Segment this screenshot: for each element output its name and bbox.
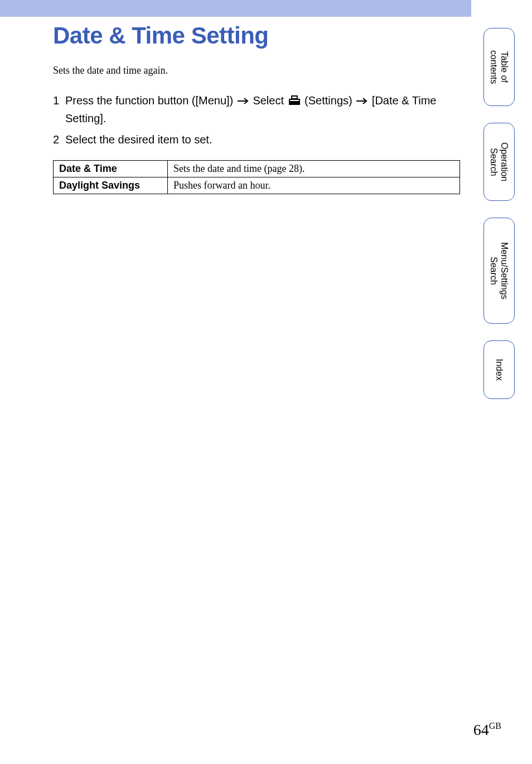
- page-number-suffix: GB: [489, 721, 501, 731]
- sidebar-tab-toc[interactable]: Table of contents: [483, 28, 515, 106]
- table-label-cell: Date & Time: [54, 160, 168, 177]
- step-number: 2: [53, 131, 65, 148]
- page-number-value: 64: [473, 721, 489, 738]
- step-item: 1 Press the function button ([Menu]) Sel…: [53, 92, 460, 127]
- settings-table: Date & Time Sets the date and time (page…: [53, 160, 460, 194]
- toolbox-settings-icon: [288, 93, 301, 110]
- sidebar-tab-menu-settings-search[interactable]: Menu/Settings Search: [483, 218, 515, 324]
- step-number: 1: [53, 92, 65, 127]
- step-text: Press the function button ([Menu]) Selec…: [65, 92, 460, 127]
- page-title: Date & Time Setting: [53, 22, 460, 49]
- table-label-cell: Daylight Savings: [54, 177, 168, 194]
- main-content: Date & Time Setting Sets the date and ti…: [53, 22, 460, 194]
- svg-rect-2: [292, 96, 297, 99]
- arrow-icon: [238, 92, 249, 109]
- table-desc-cell: Sets the date and time (page 28).: [168, 160, 460, 177]
- top-accent-bar: [0, 0, 471, 17]
- sidebar-tab-operation-search[interactable]: Operation Search: [483, 123, 515, 201]
- step-text: Select the desired item to set.: [65, 131, 460, 148]
- step-text-part: Press the function button ([Menu]): [65, 94, 236, 107]
- table-row: Date & Time Sets the date and time (page…: [54, 160, 460, 177]
- table-desc-cell: Pushes forward an hour.: [168, 177, 460, 194]
- svg-rect-3: [290, 100, 299, 101]
- svg-rect-1: [289, 99, 300, 105]
- step-text-part: (Settings): [304, 94, 355, 107]
- sidebar-tab-index[interactable]: Index: [483, 340, 515, 399]
- table-row: Daylight Savings Pushes forward an hour.: [54, 177, 460, 194]
- step-item: 2 Select the desired item to set.: [53, 131, 460, 148]
- arrow-icon: [356, 92, 367, 109]
- page-number: 64GB: [473, 721, 501, 739]
- side-tab-nav: Table of contents Operation Search Menu/…: [483, 28, 515, 399]
- step-text-part: Select: [253, 94, 287, 107]
- intro-text: Sets the date and time again.: [53, 65, 460, 76]
- steps-list: 1 Press the function button ([Menu]) Sel…: [53, 92, 460, 148]
